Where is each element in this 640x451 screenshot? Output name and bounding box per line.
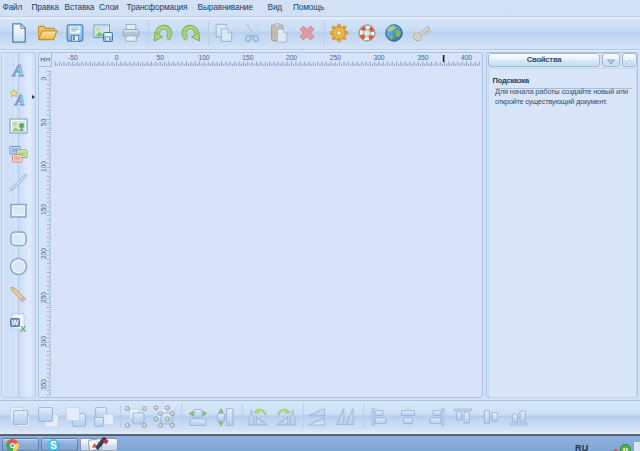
- svg-text:W: W: [11, 318, 19, 327]
- svg-text:A: A: [12, 61, 24, 80]
- svg-text:X: X: [20, 323, 26, 333]
